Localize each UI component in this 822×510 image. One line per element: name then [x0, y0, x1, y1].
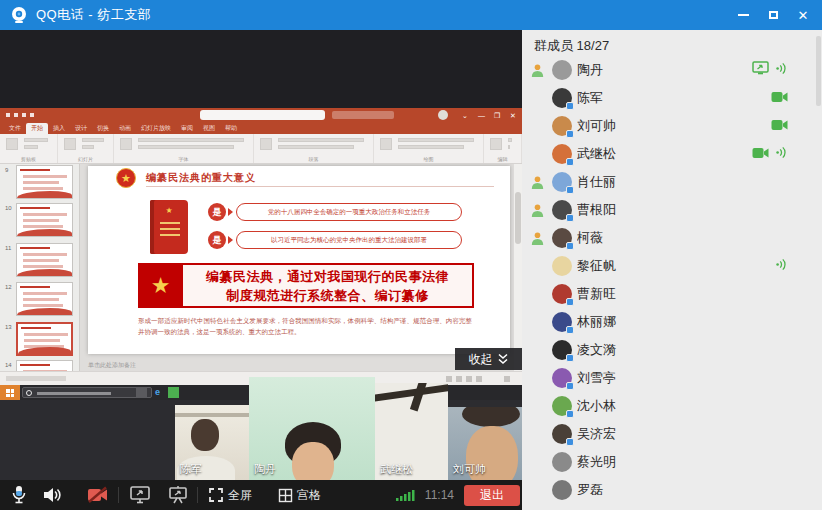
in-call-person-icon: [530, 63, 548, 78]
taskbar-search-box: [22, 387, 152, 398]
exit-label: 退出: [480, 487, 504, 504]
presence-placeholder: [530, 371, 548, 386]
slide-thumbnail: [16, 243, 73, 277]
taskbar-app-icon: [168, 387, 179, 398]
member-row[interactable]: 林丽娜: [522, 308, 822, 336]
member-row[interactable]: 凌文漪: [522, 336, 822, 364]
whiteboard-button[interactable]: [167, 485, 189, 505]
member-avatar: [552, 172, 572, 192]
sidebar-scrollbar[interactable]: [816, 34, 821, 506]
slide-point: 党的十八届四中全会确定的一项重大政治任务和立法任务: [236, 203, 462, 221]
speaking-icon: [775, 257, 788, 275]
presence-placeholder: [530, 455, 548, 470]
ppt-user-avatar: [438, 110, 448, 120]
fullscreen-label: 全屏: [228, 487, 252, 504]
member-name: 刘可帅: [577, 117, 771, 135]
qq-status-badge: [566, 298, 574, 306]
speaking-icon: [775, 145, 788, 163]
start-button: [0, 385, 20, 400]
point-marker: 是: [208, 231, 226, 249]
member-row[interactable]: 曹新旺: [522, 280, 822, 308]
banner-line-2: 制度规范进行系统整合、编订纂修: [183, 286, 472, 305]
presence-placeholder: [530, 427, 548, 442]
ppt-tab-9: 帮助: [220, 123, 242, 134]
member-avatar: [552, 256, 572, 276]
arrow-icon: [228, 208, 233, 216]
slide-banner: ★ 编纂民法典，通过对我国现行的民事法律 制度规范进行系统整合、编订纂修: [138, 263, 474, 308]
in-call-person-icon: [530, 231, 548, 246]
member-row[interactable]: 沈小林: [522, 392, 822, 420]
camera-off-button[interactable]: [86, 485, 110, 505]
member-avatar: [552, 284, 572, 304]
members-sidebar: 群成员 18/27 陶丹陈军刘可帅武继松肖仕丽曹根阳柯薇黎征帆曹新旺林丽娜凌文漪…: [522, 30, 822, 510]
presence-placeholder: [530, 259, 548, 274]
collapse-panel-button[interactable]: 收起: [455, 348, 522, 370]
ppt-tab-0: 文件: [4, 123, 26, 134]
edge-icon: e: [152, 387, 163, 398]
in-call-person-icon: [530, 175, 548, 190]
video-tile[interactable]: 刘可帅: [448, 407, 522, 480]
qq-status-badge: [566, 410, 574, 418]
cortana-icon: [26, 390, 32, 396]
member-avatar: [552, 116, 572, 136]
ppt-ribbon-group: 绘图: [374, 134, 484, 163]
call-duration: 11:14: [425, 488, 454, 502]
speaker-button[interactable]: [42, 486, 62, 504]
member-row[interactable]: 武继松: [522, 140, 822, 168]
member-avatar: [552, 200, 572, 220]
slide-thumbnail: [16, 165, 73, 199]
window-title: QQ电话 - 纺工支部: [36, 6, 151, 24]
slide-thumbnail: [16, 360, 73, 371]
member-avatar: [552, 396, 572, 416]
microphone-button[interactable]: [10, 485, 28, 505]
member-list: 陶丹陈军刘可帅武继松肖仕丽曹根阳柯薇黎征帆曹新旺林丽娜凌文漪刘雪亭沈小林吴济宏蔡…: [522, 56, 822, 504]
member-row[interactable]: 刘雪亭: [522, 364, 822, 392]
member-row[interactable]: 罗磊: [522, 476, 822, 504]
slide-thumbnail: [16, 203, 73, 237]
grid-view-button[interactable]: 宫格: [278, 487, 321, 504]
member-row[interactable]: 黎征帆: [522, 252, 822, 280]
member-row[interactable]: 陶丹: [522, 56, 822, 84]
member-avatar: [552, 228, 572, 248]
member-name: 武继松: [577, 145, 752, 163]
member-row[interactable]: 柯薇: [522, 224, 822, 252]
member-row[interactable]: 刘可帅: [522, 112, 822, 140]
presence-placeholder: [530, 343, 548, 358]
ppt-restore-icon: ❐: [494, 112, 500, 119]
member-row[interactable]: 肖仕丽: [522, 168, 822, 196]
member-row[interactable]: 曹根阳: [522, 196, 822, 224]
fullscreen-button[interactable]: 全屏: [208, 487, 252, 504]
minimize-button[interactable]: [728, 0, 758, 30]
qq-status-badge: [566, 102, 574, 110]
share-screen-button[interactable]: [129, 485, 151, 505]
qq-status-badge: [566, 186, 574, 194]
member-row[interactable]: 蔡光明: [522, 448, 822, 476]
member-name: 蔡光明: [577, 453, 788, 471]
exit-call-button[interactable]: 退出: [464, 485, 520, 506]
member-row[interactable]: 吴济宏: [522, 420, 822, 448]
presence-placeholder: [530, 399, 548, 414]
ppt-titlebar: ⌄ — ❐ ✕: [0, 108, 522, 122]
member-name: 陶丹: [577, 61, 752, 79]
qq-status-badge: [566, 382, 574, 390]
collapse-label: 收起: [469, 351, 493, 368]
video-tile[interactable]: 武继松: [375, 383, 448, 480]
slide-point: 以习近平同志为核心的党中央作出的重大法治建设部署: [236, 231, 462, 249]
ppt-ribbon-tabs: 文件开始插入设计切换动画幻灯片放映审阅视图帮助: [0, 122, 522, 134]
qq-status-badge: [566, 158, 574, 166]
member-row[interactable]: 陈军: [522, 84, 822, 112]
video-call-icon: [10, 6, 28, 24]
video-tile[interactable]: 陶丹: [249, 377, 375, 480]
member-status-icons: [752, 145, 788, 163]
close-button[interactable]: ✕: [788, 0, 818, 30]
members-header: 群成员 18/27: [534, 37, 609, 55]
member-name: 林丽娜: [577, 313, 788, 331]
qq-status-badge: [566, 130, 574, 138]
maximize-button[interactable]: [758, 0, 788, 30]
taskbar-app-icon: [136, 387, 147, 398]
qq-status-badge: [566, 326, 574, 334]
member-avatar: [552, 424, 572, 444]
video-tile[interactable]: 陈军: [175, 405, 249, 480]
ppt-tab-6: 幻灯片放映: [136, 123, 176, 134]
ppt-tab-7: 审阅: [176, 123, 198, 134]
